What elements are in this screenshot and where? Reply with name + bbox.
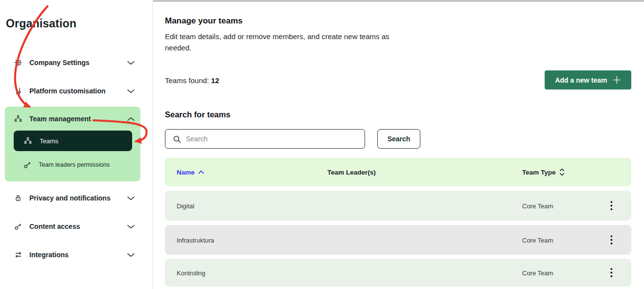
row-actions-kebab-icon[interactable] xyxy=(605,266,618,280)
swap-arrows-icon xyxy=(14,251,23,259)
sort-asc-icon xyxy=(198,171,204,174)
sidebar: Organisation Company Settings xyxy=(0,0,153,289)
add-team-button[interactable]: Add a new team xyxy=(545,70,631,89)
table-row[interactable]: Kontroling Core Team xyxy=(165,259,631,287)
sort-both-icon xyxy=(559,169,565,176)
table-header-row: Name Team Leader(s) Team Type xyxy=(165,158,631,186)
plus-icon xyxy=(613,76,621,84)
team-name-cell: Kontroling xyxy=(177,269,206,276)
sidebar-item-content-access[interactable]: Content access xyxy=(5,217,140,236)
sidebar-item-label: Content access xyxy=(29,222,127,230)
sidebar-subitem-team-leaders-permissions[interactable]: Team leaders permissions xyxy=(14,155,132,175)
team-name-cell: Infrastruktura xyxy=(177,236,214,244)
sidebar-subitem-teams[interactable]: Teams xyxy=(14,131,132,151)
column-header-label: Team Leader(s) xyxy=(327,169,376,176)
row-actions-kebab-icon[interactable] xyxy=(605,199,618,213)
add-team-button-label: Add a new team xyxy=(555,76,607,84)
teams-found-status: Teams found: 12 xyxy=(165,76,219,85)
sliders-icon xyxy=(14,87,23,95)
sidebar-item-integrations[interactable]: Integrations xyxy=(5,245,140,265)
chevron-up-icon xyxy=(127,117,135,121)
column-header-name[interactable]: Name xyxy=(177,169,204,176)
search-button[interactable]: Search xyxy=(377,129,420,149)
column-header-label: Team Type xyxy=(522,169,556,176)
sidebar-item-label: Integrations xyxy=(29,251,127,259)
team-type-cell: Core Team xyxy=(522,202,553,209)
chevron-down-icon xyxy=(127,253,135,257)
team-type-cell: Core Team xyxy=(522,236,553,244)
app-root: Organisation Company Settings xyxy=(0,0,644,289)
search-icon xyxy=(173,135,182,144)
chevron-down-icon xyxy=(127,196,135,200)
key-icon xyxy=(23,161,31,169)
chevron-down-icon xyxy=(127,89,135,93)
team-type-cell: Core Team xyxy=(522,269,553,276)
chevron-down-icon xyxy=(127,61,135,65)
page-title: Manage your teams xyxy=(165,16,243,26)
sidebar-item-platform-customisation[interactable]: Platform customisation xyxy=(5,81,140,101)
sidebar-title: Organisation xyxy=(6,17,76,30)
search-input-container xyxy=(165,129,365,149)
column-header-label: Name xyxy=(177,169,195,176)
search-input[interactable] xyxy=(186,130,362,148)
row-actions-kebab-icon[interactable] xyxy=(605,233,618,247)
search-section-title: Search for teams xyxy=(165,110,230,119)
column-header-team-leaders[interactable]: Team Leader(s) xyxy=(327,169,376,176)
sidebar-item-label: Privacy and notifications xyxy=(29,194,127,202)
chevron-down-icon xyxy=(127,224,135,229)
page-description: Edit team details, add or remove members… xyxy=(165,31,412,53)
team-icon xyxy=(14,115,23,123)
team-name-cell: Digital xyxy=(177,202,194,209)
sidebar-item-privacy-notifications[interactable]: Privacy and notifications xyxy=(5,188,140,208)
sidebar-item-company-settings[interactable]: Company Settings xyxy=(5,53,140,72)
sidebar-subitem-label: Teams xyxy=(40,137,58,145)
column-header-team-type[interactable]: Team Type xyxy=(522,169,565,176)
table-row[interactable]: Infrastruktura Core Team xyxy=(165,225,631,255)
sidebar-item-label: Platform customisation xyxy=(29,87,127,95)
table-row[interactable]: Digital Core Team xyxy=(165,191,631,221)
key-icon xyxy=(14,222,23,231)
teams-found-label: Teams found: xyxy=(165,76,209,85)
sidebar-item-team-management[interactable]: Team management xyxy=(5,109,140,129)
lock-icon xyxy=(14,194,23,202)
team-icon xyxy=(23,137,32,145)
sidebar-item-label: Company Settings xyxy=(29,59,127,67)
sidebar-subitem-label: Team leaders permissions xyxy=(39,161,110,168)
teams-found-count: 12 xyxy=(211,76,219,85)
gear-icon xyxy=(14,59,23,67)
sidebar-item-label: Team management xyxy=(29,115,127,123)
